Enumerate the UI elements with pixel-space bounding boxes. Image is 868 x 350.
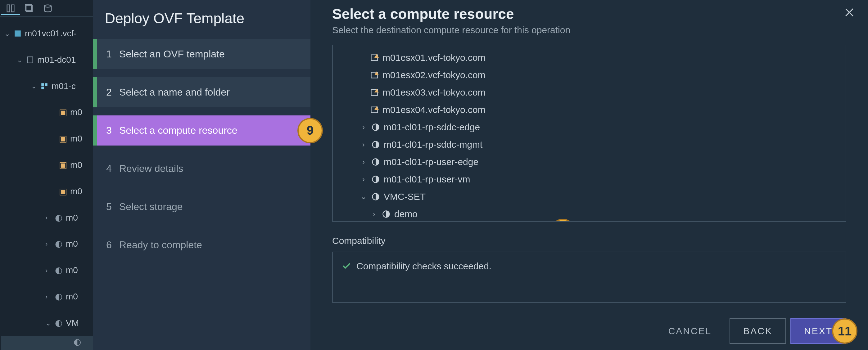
pool-row[interactable]: › m01-cl01-rp-user-vm [333, 171, 846, 188]
resource-pool-icon [371, 192, 380, 201]
close-button[interactable] [843, 6, 856, 19]
inv-host-label: m0 [70, 154, 82, 177]
step-label: Ready to complete [119, 239, 202, 251]
annotation-badge-11: 11 [832, 318, 858, 344]
svg-rect-7 [41, 83, 44, 86]
wizard-steps: 1 Select an OVF template 2 Select a name… [93, 39, 310, 260]
inv-vcenter-label: m01vc01.vcf- [25, 22, 77, 45]
demo-row[interactable]: › demo [333, 205, 846, 222]
step-number: 4 [106, 163, 111, 174]
chevron-down-icon[interactable]: ⌄ [31, 77, 37, 95]
host-warning-icon [370, 71, 379, 79]
inv-vmcset-label: VM [66, 312, 79, 335]
compute-resource-tree[interactable]: m01esx01.vcf-tokyo.com m01esx02.vcf-toky… [332, 45, 846, 222]
resource-pool-icon [371, 175, 380, 184]
host-row[interactable]: m01esx02.vcf-tokyo.com [333, 66, 846, 84]
host-icon: ▣ [59, 108, 67, 117]
step-review: 4 Review details [93, 154, 310, 184]
resource-pool-icon: ◐ [55, 240, 63, 248]
pool-row[interactable]: › m01-cl01-rp-sddc-edge [333, 119, 846, 136]
deploy-ovf-wizard: Deploy OVF Template 1 Select an OVF temp… [93, 0, 868, 350]
inv-cluster-label: m01-c [52, 75, 76, 98]
host-row[interactable]: m01esx01.vcf-tokyo.com [333, 49, 846, 66]
host-icon: ▣ [59, 135, 67, 143]
cancel-button[interactable]: CANCEL [655, 318, 725, 344]
resource-pool-icon [371, 123, 380, 132]
step-number: 5 [106, 201, 111, 213]
step-storage: 5 Select storage [93, 192, 310, 222]
vms-tab-icon[interactable] [20, 2, 38, 15]
step-select-ovf[interactable]: 1 Select an OVF template [93, 39, 310, 69]
chevron-down-icon[interactable]: ⌄ [45, 314, 52, 332]
chevron-right-icon[interactable]: › [370, 210, 378, 218]
svg-rect-1 [11, 5, 14, 12]
page-title: Select a compute resource [332, 6, 846, 22]
chevron-down-icon[interactable]: ⌄ [17, 51, 23, 69]
svg-rect-0 [7, 5, 10, 12]
svg-rect-5 [14, 31, 21, 37]
pool-row[interactable]: › m01-cl01-rp-sddc-mgmt [333, 136, 846, 153]
page-subtitle: Select the destination compute resource … [332, 25, 846, 35]
resource-pool-icon [382, 210, 391, 218]
chevron-right-icon[interactable]: › [360, 140, 368, 149]
vcenter-icon [14, 30, 22, 37]
chevron-right-icon[interactable]: › [360, 123, 368, 132]
step-label: Select storage [119, 201, 183, 213]
svg-point-4 [44, 5, 52, 7]
host-icon: ▣ [59, 161, 67, 169]
inv-host-label: m0 [70, 101, 82, 124]
back-button[interactable]: BACK [730, 318, 786, 344]
wizard-title: Deploy OVF Template [93, 6, 310, 39]
compatibility-message: Compatibility checks succeeded. [356, 261, 491, 272]
storage-tab-icon[interactable] [38, 2, 57, 15]
step-label: Select a compute resource [119, 125, 238, 136]
inv-dc-label: m01-dc01 [37, 49, 76, 71]
host-warning-icon [370, 105, 379, 114]
vmcset-label: VMC-SET [384, 191, 426, 202]
chevron-down-icon[interactable]: ⌄ [360, 192, 368, 201]
svg-rect-9 [41, 87, 44, 89]
chevron-right-icon[interactable]: › [360, 175, 368, 184]
step-label: Select a name and folder [119, 87, 230, 98]
hosts-tab-icon[interactable] [1, 2, 20, 15]
host-warning-icon [370, 88, 379, 97]
inv-rp-label: m0 [66, 206, 78, 229]
chevron-right-icon[interactable]: › [360, 158, 368, 166]
resource-pool-icon [371, 140, 380, 149]
pool-label: m01-cl01-rp-sddc-mgmt [384, 139, 483, 150]
pool-label: m01-cl01-rp-user-vm [384, 174, 470, 185]
pool-label: m01-cl01-rp-sddc-edge [384, 122, 480, 132]
host-row[interactable]: m01esx03.vcf-tokyo.com [333, 84, 846, 101]
step-ready: 6 Ready to complete [93, 230, 310, 260]
host-label: m01esx01.vcf-tokyo.com [382, 53, 486, 63]
datacenter-icon [26, 56, 34, 64]
vmcset-row[interactable]: ⌄ VMC-SET [333, 188, 846, 205]
resource-pool-icon: ◐ [55, 319, 63, 327]
check-icon [341, 261, 351, 271]
step-number: 1 [106, 49, 111, 60]
step-number: 6 [106, 239, 111, 251]
cluster-icon [40, 82, 49, 90]
chevron-right-icon[interactable]: › [45, 288, 52, 306]
chevron-right-icon[interactable]: › [45, 209, 52, 226]
resource-pool-icon [371, 158, 380, 166]
host-label: m01esx04.vcf-tokyo.com [382, 104, 486, 115]
resource-pool-icon: ◐ [55, 266, 63, 275]
chevron-right-icon[interactable]: › [45, 261, 52, 279]
chevron-down-icon[interactable]: ⌄ [4, 25, 10, 42]
inv-rp-label: m0 [66, 285, 78, 308]
host-row[interactable]: m01esx04.vcf-tokyo.com [333, 101, 846, 119]
inv-rp-label: m0 [66, 233, 78, 255]
chevron-right-icon[interactable]: › [45, 235, 52, 253]
step-label: Review details [119, 163, 183, 174]
svg-rect-8 [45, 83, 48, 86]
step-label: Select an OVF template [119, 49, 225, 60]
compatibility-title: Compatibility [332, 235, 846, 246]
wizard-main: Select a compute resource Select the des… [310, 0, 868, 350]
annotation-badge-9: 9 [298, 118, 323, 144]
step-compute-resource[interactable]: 3 Select a compute resource 9 [93, 116, 310, 146]
next-button-label: NEXT [804, 326, 833, 336]
step-select-name[interactable]: 2 Select a name and folder [93, 77, 310, 107]
pool-row[interactable]: › m01-cl01-rp-user-edge [333, 153, 846, 171]
wizard-footer: CANCEL BACK NEXT 11 [332, 318, 846, 344]
